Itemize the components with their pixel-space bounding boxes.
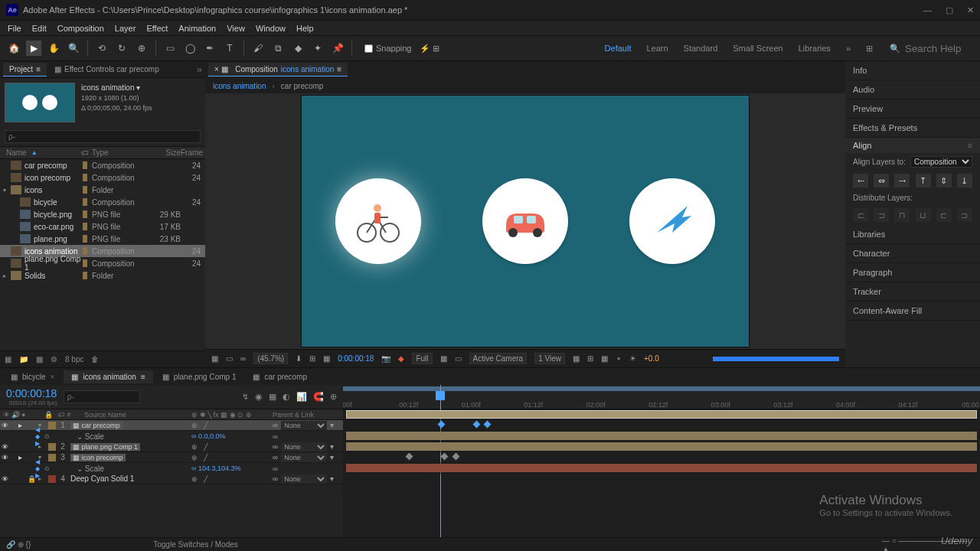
menu-file[interactable]: File	[3, 22, 26, 34]
camera-select[interactable]: Active Camera	[469, 353, 528, 364]
align-top-icon[interactable]: ⤒	[916, 174, 931, 187]
search-help-input[interactable]	[905, 43, 974, 54]
panel-caf[interactable]: Content-Aware Fill	[845, 302, 980, 321]
viewer-time[interactable]: 0:00:00:18	[338, 354, 374, 363]
hand-tool[interactable]: ✋	[46, 41, 61, 56]
tl-draft3d-icon[interactable]: ◉	[255, 392, 263, 402]
menu-effect[interactable]: Effect	[142, 22, 172, 34]
keyframe-icon[interactable]	[452, 453, 459, 461]
grid-icon[interactable]: ⊞	[309, 354, 315, 363]
view-icon4[interactable]: ⚬	[616, 354, 622, 363]
pen-tool[interactable]: ✒	[202, 41, 217, 56]
tl-graph-icon[interactable]: 📊	[296, 392, 307, 402]
settings-icon[interactable]: ⚙	[51, 355, 57, 364]
tl-footer-icon[interactable]: 🔗 ⊕ {}	[6, 540, 31, 549]
panel-character[interactable]: Character	[845, 244, 980, 263]
maximize-icon[interactable]: ▢	[946, 5, 953, 15]
keyframe-icon[interactable]	[472, 421, 480, 429]
resolution-select[interactable]: Full	[412, 353, 432, 364]
panel-align-header[interactable]: Align≡	[845, 138, 980, 153]
view-icon1[interactable]: ▦	[573, 354, 580, 363]
timeline-layer[interactable]: 👁▸▾3▦ icon precomp⊕ ╱∞ None ▾	[0, 452, 343, 463]
panel-info[interactable]: Info	[845, 61, 980, 80]
type-tool[interactable]: T	[222, 41, 237, 56]
orbit-tool[interactable]: ⟲	[94, 41, 109, 56]
color-icon[interactable]: ◆	[398, 354, 404, 363]
align-right-icon[interactable]: ⤏	[894, 174, 910, 187]
panel-paragraph[interactable]: Paragraph	[845, 263, 980, 282]
workspace-libraries[interactable]: Libraries	[799, 44, 831, 53]
rotation-tool[interactable]: ↻	[114, 41, 129, 56]
keyframe-icon[interactable]	[441, 453, 449, 461]
minimize-icon[interactable]: —	[923, 5, 932, 15]
menu-view[interactable]: View	[222, 22, 250, 34]
project-row[interactable]: plane.png Comp 1Composition24	[0, 257, 205, 269]
ellipse-tool[interactable]: ◯	[182, 41, 198, 56]
brush-tool[interactable]: 🖌	[250, 41, 266, 56]
menu-composition[interactable]: Composition	[53, 22, 109, 34]
view-select[interactable]: 1 View	[534, 353, 565, 364]
region-icon[interactable]: ▭	[455, 354, 462, 363]
composition-viewer[interactable]	[205, 93, 845, 349]
timeline-property[interactable]: ◀ ◆ ▶⊙⌄ Scale∞ 104.3,104.3%∞	[0, 463, 343, 474]
workspace-standard[interactable]: Standard	[684, 44, 718, 53]
project-row[interactable]: bicycle.pngPNG file29 KB	[0, 208, 205, 220]
timeline-layer[interactable]: 👁🔒▸4Deep Cyan Solid 1⊕ ╱∞ None ▾	[0, 474, 343, 484]
timeline-tab-plane-comp[interactable]: ▦ plane.png Comp 1	[155, 370, 244, 383]
align-target-select[interactable]: Composition	[910, 156, 972, 168]
timeline-tab-car-precomp[interactable]: ▦ car precomp	[245, 370, 315, 383]
timeline-ruler[interactable]: :00f00:12f01:00f01:12f02:00f02:12f03:00f…	[343, 385, 980, 409]
transparency-icon[interactable]: ▦	[440, 354, 447, 363]
keyframe-icon[interactable]	[483, 421, 491, 429]
panel-effects-presets[interactable]: Effects & Presets	[845, 119, 980, 138]
effect-controls-tab[interactable]: ▦ Effect Controls car precomp	[48, 63, 165, 76]
trash-icon[interactable]: 🗑	[91, 355, 99, 364]
new-folder-icon[interactable]: 📁	[19, 355, 28, 364]
project-search-input[interactable]	[5, 130, 201, 143]
zoom-select[interactable]: (45.7%)	[253, 353, 288, 364]
panel-tracker[interactable]: Tracker	[845, 282, 980, 302]
panel-audio[interactable]: Audio	[845, 80, 980, 99]
menu-layer[interactable]: Layer	[110, 22, 141, 34]
composition-tab[interactable]: × ▦ Composition icons animation ≡	[208, 63, 348, 77]
workspace-smallscreen[interactable]: Small Screen	[733, 44, 782, 53]
layer-bar[interactable]	[346, 442, 977, 451]
tl-frameblend-icon[interactable]: ▦	[269, 392, 276, 402]
project-row[interactable]: car precompComposition24	[0, 159, 205, 171]
keyframe-icon[interactable]	[437, 421, 445, 429]
menu-help[interactable]: Help	[292, 22, 318, 34]
workspace-overflow-icon[interactable]: »	[846, 44, 851, 53]
workspace-learn[interactable]: Learn	[646, 44, 668, 53]
align-left-icon[interactable]: ⤎	[853, 174, 868, 187]
panel-preview[interactable]: Preview	[845, 99, 980, 119]
project-list[interactable]: car precompComposition24icon precompComp…	[0, 159, 205, 350]
home-tool[interactable]: 🏠	[6, 41, 21, 56]
menu-window[interactable]: Window	[251, 22, 290, 34]
layer-bar[interactable]	[346, 410, 977, 419]
project-row[interactable]: icon precompComposition24	[0, 171, 205, 184]
mask-icon[interactable]: ∞	[240, 354, 246, 363]
timeline-layer[interactable]: 👁▸▾1▦ car precomp⊕ ╱∞ None ▾	[0, 420, 343, 431]
view-icon2[interactable]: ⊞	[587, 354, 593, 363]
timeline-property[interactable]: ◀ ◆ ▶⊙⌄ Scale∞ 0.0,0.0%∞	[0, 431, 343, 442]
timeline-search-input[interactable]	[64, 390, 140, 403]
align-hcenter-icon[interactable]: ⇔	[874, 174, 889, 187]
channel-icon[interactable]: ▭	[226, 354, 233, 363]
interpret-icon[interactable]: ▦	[5, 355, 11, 364]
bpc-label[interactable]: 8 bpc	[65, 355, 83, 364]
align-vcenter-icon[interactable]: ⇕	[936, 174, 952, 187]
project-row[interactable]: bicycleComposition24	[0, 196, 205, 208]
rect-tool[interactable]: ▭	[162, 41, 178, 56]
project-row[interactable]: eco-car.pngPNG file17 KB	[0, 220, 205, 233]
workspace-default[interactable]: Default	[605, 44, 632, 53]
workspace-reset-icon[interactable]: ⊞	[866, 44, 873, 54]
puppet-tool[interactable]: 📌	[330, 41, 345, 56]
timeline-timecode[interactable]: 0:00:00:18	[6, 387, 57, 399]
project-row[interactable]: ▸SolidsFolder	[0, 269, 205, 282]
project-row[interactable]: plane.pngPNG file23 KB	[0, 233, 205, 245]
tl-motionblur-icon[interactable]: ◐	[283, 392, 290, 402]
align-bottom-icon[interactable]: ⤓	[957, 174, 972, 187]
view-icon3[interactable]: ▦	[601, 354, 608, 363]
anchor-tool[interactable]: ⊕	[134, 41, 149, 56]
alpha-icon[interactable]: ▦	[211, 354, 218, 363]
